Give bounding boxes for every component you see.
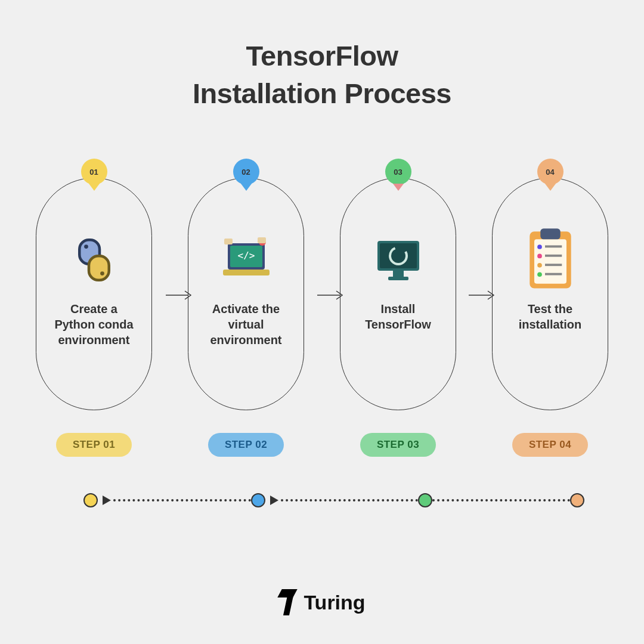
svg-point-3 <box>100 271 104 275</box>
svg-rect-26 <box>545 273 562 275</box>
svg-text:</>: </> <box>237 250 255 261</box>
timeline-dashes <box>432 499 570 501</box>
svg-point-19 <box>537 244 542 249</box>
step-3: 03 Install TensorFlow STEP 03 <box>340 178 456 457</box>
timeline-dot <box>83 493 98 507</box>
monitor-spinner-icon <box>371 233 425 287</box>
brand-name: Turing <box>304 591 365 614</box>
svg-rect-10 <box>258 237 266 243</box>
step-number-badge: 03 <box>385 159 411 185</box>
step-capsule: Test the installation <box>492 178 608 410</box>
step-label: Test the installation <box>509 301 592 332</box>
svg-rect-24 <box>545 264 562 266</box>
svg-rect-15 <box>388 277 408 280</box>
brand: Turing <box>0 589 644 615</box>
play-icon <box>103 496 111 505</box>
play-icon <box>270 496 278 505</box>
step-number-badge: 02 <box>233 159 259 185</box>
step-2: 02 </> Activate the virtual environment … <box>188 178 304 457</box>
svg-point-2 <box>84 244 88 249</box>
step-label: Activate the virtual environment <box>200 301 291 348</box>
svg-rect-22 <box>545 255 562 257</box>
step-pill: STEP 01 <box>56 433 132 457</box>
arrow-icon <box>467 286 497 304</box>
svg-point-21 <box>537 254 542 259</box>
svg-rect-1 <box>89 256 109 280</box>
laptop-code-icon: </> <box>219 233 273 287</box>
step-number-badge: 04 <box>537 159 564 185</box>
steps-row: 01 Create a Python conda environment STE… <box>0 178 644 457</box>
timeline-dashes <box>113 499 251 501</box>
svg-rect-20 <box>545 246 562 248</box>
svg-rect-7 <box>223 270 270 275</box>
timeline-dot <box>418 493 432 507</box>
step-capsule: Install TensorFlow <box>340 178 456 410</box>
svg-rect-14 <box>393 271 404 277</box>
svg-point-23 <box>537 263 542 268</box>
step-4: 04 Test the installation STEP 04 <box>492 178 608 457</box>
page-title: TensorFlow Installation Process <box>0 0 644 113</box>
step-capsule: </> Activate the virtual environment <box>188 178 304 410</box>
step-pill: STEP 02 <box>208 433 284 457</box>
svg-rect-18 <box>540 228 560 239</box>
arrow-icon <box>316 286 346 304</box>
title-line-2: Installation Process <box>193 78 451 109</box>
step-label: Install TensorFlow <box>355 301 441 332</box>
timeline-dot <box>570 493 584 507</box>
step-number-badge: 01 <box>81 159 107 185</box>
svg-point-25 <box>537 273 542 277</box>
step-label: Create a Python conda environment <box>45 301 143 348</box>
turing-logo-icon <box>278 589 298 615</box>
arrow-icon <box>165 286 194 304</box>
timeline-dashes <box>281 499 419 501</box>
step-1: 01 Create a Python conda environment STE… <box>36 178 152 457</box>
step-pill: STEP 04 <box>512 433 588 457</box>
timeline <box>83 491 584 509</box>
python-icon <box>67 233 121 287</box>
step-capsule: Create a Python conda environment <box>36 178 152 410</box>
checklist-icon <box>524 233 577 287</box>
svg-rect-9 <box>224 239 233 244</box>
step-pill: STEP 03 <box>360 433 436 457</box>
title-line-1: TensorFlow <box>246 40 398 72</box>
timeline-dot <box>251 493 265 507</box>
